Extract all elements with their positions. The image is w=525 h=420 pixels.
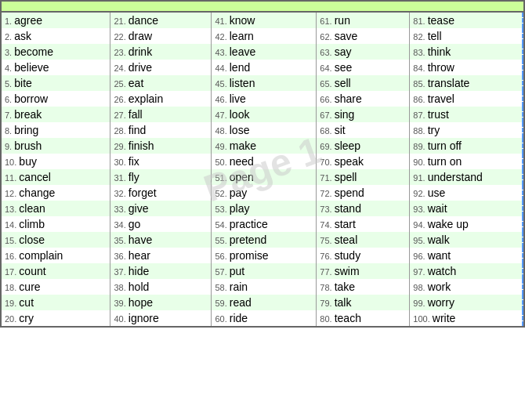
verb-number: 13. <box>5 205 19 214</box>
table-row: 11. cancel31. fly51. open71. spell91. un… <box>2 169 523 185</box>
cell-col2-row16: 36. hear <box>110 248 212 263</box>
verb-word: give <box>129 202 149 215</box>
cell-col4-row5: 65. sell <box>317 75 410 91</box>
verb-number: 92. <box>413 189 427 198</box>
verb-word: tease <box>428 14 454 27</box>
verb-number: 48. <box>215 126 229 136</box>
verb-word: stand <box>335 202 361 215</box>
cell-col4-row13: 73. stand <box>317 201 410 216</box>
verb-word: start <box>335 218 356 230</box>
table-row: 5. bite25. eat45. listen65. sell85. tran… <box>2 75 523 91</box>
verb-word: ignore <box>129 312 159 324</box>
cell-col1-row2: 2. ask <box>2 28 110 44</box>
cell-col5-row5: 85. translate <box>410 75 523 91</box>
verb-number: 88. <box>413 126 427 136</box>
verb-number: 11. <box>5 173 19 183</box>
table-row: 1. agree21. dance41. know61. run81. teas… <box>2 13 523 28</box>
cell-col5-row8: 88. try <box>410 122 523 138</box>
cell-col1-row4: 4. believe <box>2 60 110 75</box>
cell-col1-row6: 6. borrow <box>2 91 110 107</box>
verb-word: want <box>428 249 451 262</box>
verb-number: 56. <box>215 252 229 261</box>
cell-col4-row20: 80. teach <box>317 310 410 326</box>
cell-col3-row2: 42. learn <box>212 28 317 44</box>
table-row: 16. complain36. hear56. promise76. study… <box>2 248 523 263</box>
verb-word: pay <box>230 186 248 199</box>
verb-number: 60. <box>215 314 229 324</box>
verb-word: complain <box>19 249 63 262</box>
cell-col5-row14: 94. wake up <box>410 216 523 232</box>
verb-number: 3. <box>5 48 14 57</box>
verb-number: 65. <box>320 79 334 89</box>
cell-col3-row14: 54. practice <box>212 216 317 232</box>
verb-word: talk <box>335 296 352 309</box>
cell-col3-row9: 49. make <box>212 138 317 154</box>
cell-col2-row15: 35. have <box>110 232 212 248</box>
verb-word: leave <box>230 45 255 58</box>
cell-col2-row2: 22. draw <box>110 28 212 44</box>
verb-number: 87. <box>413 110 427 120</box>
verb-number: 99. <box>413 299 427 308</box>
cell-col2-row19: 39. hope <box>110 295 212 310</box>
verb-number: 54. <box>215 220 229 230</box>
verb-number: 34. <box>114 220 128 230</box>
cell-col1-row20: 20. cry <box>2 310 110 326</box>
verb-word: hear <box>129 249 150 262</box>
table-row: 4. believe24. drive44. lend64. see84. th… <box>2 60 523 75</box>
verb-number: 39. <box>114 299 128 308</box>
verb-number: 57. <box>215 267 229 277</box>
verb-word: buy <box>19 155 37 168</box>
cell-col4-row8: 68. sit <box>317 122 410 138</box>
verb-word: find <box>129 124 147 136</box>
cell-col1-row16: 16. complain <box>2 248 110 263</box>
cell-col5-row4: 84. throw <box>410 60 523 75</box>
cell-col2-row1: 21. dance <box>110 13 212 28</box>
cell-col4-row16: 76. study <box>317 248 410 263</box>
verb-word: travel <box>428 92 454 105</box>
cell-col4-row11: 71. spell <box>317 169 410 185</box>
cell-col3-row3: 43. leave <box>212 44 317 60</box>
verb-word: go <box>129 218 141 230</box>
verb-word: wait <box>428 202 447 215</box>
verb-number: 44. <box>215 63 229 73</box>
verb-number: 14. <box>5 220 19 230</box>
verb-word: cut <box>19 296 34 309</box>
verb-number: 31. <box>114 173 128 183</box>
verb-word: explain <box>129 92 163 105</box>
verb-number: 19. <box>5 299 19 308</box>
cell-col1-row14: 14. climb <box>2 216 110 232</box>
table-row: 20. cry40. ignore60. ride80. teach100. w… <box>2 310 523 326</box>
verb-word: open <box>230 171 254 183</box>
cell-col5-row7: 87. trust <box>410 107 523 122</box>
verb-number: 83. <box>413 48 427 57</box>
verb-number: 20. <box>5 314 19 324</box>
table-row: 13. clean33. give53. play73. stand93. wa… <box>2 201 523 216</box>
verb-word: fix <box>129 155 139 168</box>
cell-col3-row12: 52. pay <box>212 185 317 201</box>
cell-col3-row17: 57. put <box>212 263 317 279</box>
verb-number: 33. <box>114 205 128 214</box>
verb-word: change <box>19 186 55 199</box>
verb-word: ride <box>230 312 248 324</box>
cell-col5-row20: 100. write <box>410 310 523 326</box>
cell-col1-row18: 18. cure <box>2 279 110 295</box>
verb-word: close <box>19 234 45 246</box>
table-row: 18. cure38. hold58. rain78. take98. work <box>2 279 523 295</box>
verb-word: translate <box>428 77 470 89</box>
table-row: 17. count37. hide57. put77. swim97. watc… <box>2 263 523 279</box>
verb-word: bite <box>14 77 32 89</box>
cell-col4-row10: 70. speak <box>317 154 410 169</box>
verbs-table: 1. agree21. dance41. know61. run81. teas… <box>2 13 523 326</box>
verb-number: 49. <box>215 142 229 151</box>
cell-col3-row1: 41. know <box>212 13 317 28</box>
verb-word: hold <box>129 281 149 293</box>
verb-word: share <box>335 92 362 105</box>
cell-col3-row20: 60. ride <box>212 310 317 326</box>
cell-col2-row13: 33. give <box>110 201 212 216</box>
verb-number: 80. <box>320 314 334 324</box>
verb-word: hide <box>129 265 149 277</box>
table-container: Page 1 1. agree21. dance41. know61. run8… <box>0 11 525 328</box>
verb-word: sell <box>335 77 351 89</box>
cell-col3-row18: 58. rain <box>212 279 317 295</box>
verb-number: 63. <box>320 48 334 57</box>
